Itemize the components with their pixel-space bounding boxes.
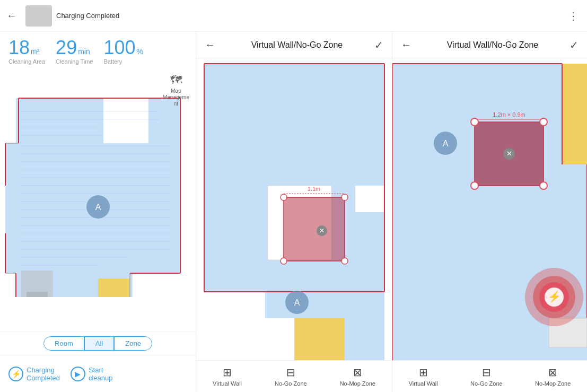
map-mgmt-icon: 🗺 — [170, 73, 182, 87]
middle-map-area: 1.1m ✕ A — [196, 58, 392, 360]
svg-text:1.1m: 1.1m — [308, 186, 320, 192]
right-panel-header: ← Virtual Wall/No-Go Zone ✓ — [392, 32, 587, 58]
svg-point-61 — [341, 258, 348, 264]
middle-back-button[interactable]: ← — [205, 39, 215, 51]
right-back-button[interactable]: ← — [401, 39, 411, 51]
right-map-area: A 1.2m × 0.9m ✕ — [392, 58, 587, 360]
right-nogo-icon: ⊟ — [482, 366, 491, 379]
start-label: Startcleanup — [89, 366, 113, 382]
svg-text:A: A — [443, 139, 449, 148]
middle-panel: ← Virtual Wall/No-Go Zone ✓ — [196, 32, 392, 392]
svg-marker-2 — [103, 98, 148, 143]
map-mgmt-label: MapManagement — [163, 88, 189, 107]
left-panel: 18 m² Cleaning Area 29 min Cleaning Time… — [0, 32, 196, 392]
left-map-area: A B ⚡ 🗺 MapManagement — [0, 69, 196, 332]
tab-room[interactable]: Room — [43, 336, 84, 351]
svg-point-58 — [281, 194, 287, 201]
svg-point-82 — [540, 118, 547, 126]
right-panel-title: Virtual Wall/No-Go Zone — [416, 40, 570, 50]
more-icon[interactable]: ⋮ — [566, 7, 581, 24]
virtualwall-icon: ⊞ — [223, 366, 232, 379]
time-label: Cleaning Time — [56, 58, 93, 65]
stat-area: 18 m² Cleaning Area — [8, 38, 45, 65]
room-tabs: Room All Zone — [0, 332, 196, 355]
charging-label: ChargingCompleted — [27, 366, 60, 382]
right-check-button[interactable]: ✓ — [570, 39, 579, 51]
svg-point-59 — [341, 194, 348, 201]
right-virtualwall-label: Virtual Wall — [409, 380, 438, 387]
svg-text:✕: ✕ — [506, 150, 512, 158]
middle-toolbar-nogo[interactable]: ⊟ No-Go Zone — [275, 366, 307, 387]
area-label: Cleaning Area — [8, 58, 45, 65]
right-nogo-label: No-Go Zone — [470, 380, 503, 387]
right-nomop-label: No-Mop Zone — [535, 380, 571, 387]
svg-point-60 — [281, 258, 287, 264]
right-panel: ← Virtual Wall/No-Go Zone ✓ — [392, 32, 587, 392]
map-management-button[interactable]: 🗺 MapManagement — [163, 73, 189, 107]
svg-text:✕: ✕ — [319, 227, 325, 234]
nomop-label: No-Mop Zone — [340, 380, 375, 387]
svg-rect-57 — [284, 197, 345, 261]
svg-text:A: A — [294, 298, 300, 307]
battery-value: 100 — [103, 38, 135, 57]
nogo-label: No-Go Zone — [275, 380, 307, 387]
top-header: ← Charging Completed ⋮ — [0, 0, 587, 32]
right-toolbar-nomop[interactable]: ⊠ No-Mop Zone — [535, 366, 571, 387]
charging-icon: ⚡ — [8, 367, 23, 381]
svg-text:A: A — [95, 203, 101, 212]
svg-text:⚡: ⚡ — [548, 290, 561, 303]
time-value: 29 — [56, 38, 77, 57]
back-button[interactable]: ← — [6, 10, 17, 22]
stat-time: 29 min Cleaning Time — [56, 38, 93, 65]
svg-text:1.2m × 0.9m: 1.2m × 0.9m — [493, 111, 525, 118]
area-value: 18 — [8, 38, 30, 57]
battery-unit: % — [137, 47, 143, 56]
start-cleanup-button[interactable]: ▶ Startcleanup — [71, 366, 113, 382]
right-toolbar: ⊞ Virtual Wall ⊟ No-Go Zone ⊠ No-Mop Zon… — [392, 360, 587, 392]
svg-point-81 — [471, 118, 478, 126]
middle-toolbar-nomop[interactable]: ⊠ No-Mop Zone — [340, 366, 375, 387]
device-info: ← Charging Completed — [6, 5, 566, 27]
svg-point-83 — [471, 182, 478, 189]
main-content: 18 m² Cleaning Area 29 min Cleaning Time… — [0, 32, 587, 392]
right-virtualwall-icon: ⊞ — [419, 366, 428, 379]
middle-check-button[interactable]: ✓ — [374, 39, 383, 51]
time-unit: min — [78, 47, 90, 56]
right-toolbar-nogo[interactable]: ⊟ No-Go Zone — [470, 366, 503, 387]
tab-all[interactable]: All — [84, 336, 114, 351]
middle-toolbar: ⊞ Virtual Wall ⊟ No-Go Zone ⊠ No-Mop Zon… — [196, 360, 392, 392]
right-nomop-icon: ⊠ — [548, 366, 557, 379]
svg-marker-50 — [294, 318, 345, 360]
middle-toolbar-virtualwall[interactable]: ⊞ Virtual Wall — [213, 366, 242, 387]
stats-row: 18 m² Cleaning Area 29 min Cleaning Time… — [0, 32, 196, 69]
nomop-icon: ⊠ — [353, 366, 362, 379]
device-thumbnail — [25, 5, 52, 27]
virtualwall-label: Virtual Wall — [213, 380, 242, 387]
middle-panel-header: ← Virtual Wall/No-Go Zone ✓ — [196, 32, 392, 58]
charging-button[interactable]: ⚡ ChargingCompleted — [8, 366, 60, 382]
svg-rect-67 — [562, 64, 587, 164]
right-map-svg: A 1.2m × 0.9m ✕ — [392, 58, 587, 360]
svg-marker-3 — [98, 278, 130, 297]
tab-zone[interactable]: Zone — [114, 336, 152, 351]
area-unit: m² — [31, 47, 39, 56]
stat-battery: 100 % Battery — [103, 38, 143, 65]
svg-rect-38 — [27, 292, 48, 297]
middle-panel-title: Virtual Wall/No-Go Zone — [220, 40, 374, 50]
start-icon: ▶ — [71, 367, 85, 381]
middle-map-svg: 1.1m ✕ A — [196, 58, 392, 360]
device-name: Charging Completed — [56, 12, 119, 20]
left-bottom-bar: ⚡ ChargingCompleted ▶ Startcleanup — [0, 355, 196, 392]
nogo-icon: ⊟ — [286, 366, 295, 379]
svg-point-84 — [540, 182, 547, 189]
right-toolbar-virtualwall[interactable]: ⊞ Virtual Wall — [409, 366, 438, 387]
battery-label: Battery — [103, 58, 143, 65]
